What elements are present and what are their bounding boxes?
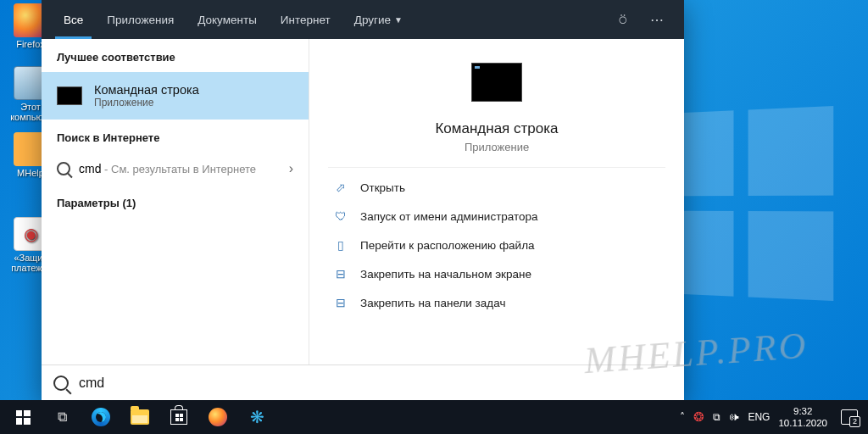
- folder-icon: ▯: [333, 238, 348, 252]
- pin-taskbar-icon: ⊟: [333, 296, 348, 309]
- shield-icon: 🛡: [333, 209, 348, 223]
- search-panel: Все Приложения Документы Интернет Другие…: [42, 0, 684, 400]
- taskbar-firefox[interactable]: [198, 400, 237, 434]
- preview-subtitle: Приложение: [326, 141, 667, 153]
- tray-chevron-up-icon[interactable]: ˄: [680, 411, 685, 423]
- tab-internet[interactable]: Интернет: [269, 0, 342, 39]
- chevron-down-icon: ▼: [394, 15, 403, 25]
- open-icon: ⬀: [333, 181, 348, 194]
- action-pin-start[interactable]: ⊟Закрепить на начальном экране: [328, 259, 665, 288]
- chevron-right-icon: ›: [289, 161, 293, 176]
- action-open[interactable]: ⬀Открыть: [328, 173, 665, 202]
- action-list: ⬀Открыть 🛡Запуск от имени администратора…: [328, 167, 665, 322]
- tips-icon: ❋: [248, 408, 266, 426]
- firefox-icon: [209, 408, 227, 426]
- search-bar: [42, 364, 684, 400]
- tray-clock[interactable]: 9:32 10.11.2020: [778, 405, 827, 430]
- system-tray: ˄ ❂ ⧉ 🕪 ENG 9:32 10.11.2020: [673, 405, 865, 430]
- taskbar-explorer[interactable]: [120, 400, 159, 434]
- taskbar-store[interactable]: [159, 400, 198, 434]
- tab-documents[interactable]: Документы: [186, 0, 269, 39]
- tray-language[interactable]: ENG: [748, 411, 770, 423]
- tray-volume-icon[interactable]: 🕪: [729, 411, 739, 423]
- windows-icon: [16, 410, 31, 425]
- task-view-button[interactable]: ⧉: [42, 400, 81, 434]
- results-column: Лучшее соответствие Командная строка При…: [42, 39, 309, 364]
- action-run-as-admin[interactable]: 🛡Запуск от имени администратора: [328, 202, 665, 231]
- search-tab-bar: Все Приложения Документы Интернет Другие…: [42, 0, 684, 39]
- search-input[interactable]: [79, 376, 672, 391]
- preview-cmd-icon: [471, 63, 522, 102]
- best-match-subtitle: Приложение: [94, 97, 199, 108]
- search-icon: [53, 376, 69, 391]
- best-match-title: Командная строка: [94, 83, 199, 97]
- explorer-icon: [131, 409, 149, 425]
- action-center-icon[interactable]: [841, 409, 858, 425]
- preview-column: Командная строка Приложение ⬀Открыть 🛡За…: [309, 39, 684, 364]
- tray-security-icon[interactable]: ❂: [693, 409, 704, 425]
- web-search-header: Поиск в Интернете: [42, 120, 309, 153]
- edge-icon: [92, 408, 110, 426]
- pin-icon: ⊟: [333, 267, 348, 281]
- preview-title: Командная строка: [326, 120, 667, 137]
- web-search-item[interactable]: cmd - См. результаты в Интернете ›: [42, 153, 309, 185]
- store-icon: [170, 409, 187, 425]
- tray-network-icon[interactable]: ⧉: [713, 411, 721, 423]
- tab-apps[interactable]: Приложения: [95, 0, 186, 39]
- taskbar-tips[interactable]: ❋: [237, 400, 276, 434]
- action-open-file-location[interactable]: ▯Перейти к расположению файла: [328, 231, 665, 259]
- tab-all[interactable]: Все: [52, 0, 95, 39]
- settings-header[interactable]: Параметры (1): [42, 185, 309, 218]
- feedback-icon[interactable]: ⍥: [606, 12, 640, 27]
- best-match-item[interactable]: Командная строка Приложение: [42, 72, 309, 120]
- best-match-header: Лучшее соответствие: [42, 39, 309, 72]
- cmd-thumb-icon: [57, 86, 82, 105]
- tab-other[interactable]: Другие▼: [342, 0, 415, 39]
- start-button[interactable]: [3, 400, 42, 434]
- more-options-icon[interactable]: ⋯: [640, 12, 674, 28]
- taskbar: ⧉ ❋ ˄ ❂ ⧉ 🕪 ENG 9:32 10.11.2020: [0, 400, 868, 434]
- search-icon: [57, 162, 70, 175]
- action-pin-taskbar[interactable]: ⊟Закрепить на панели задач: [328, 288, 665, 317]
- taskbar-edge[interactable]: [81, 400, 120, 434]
